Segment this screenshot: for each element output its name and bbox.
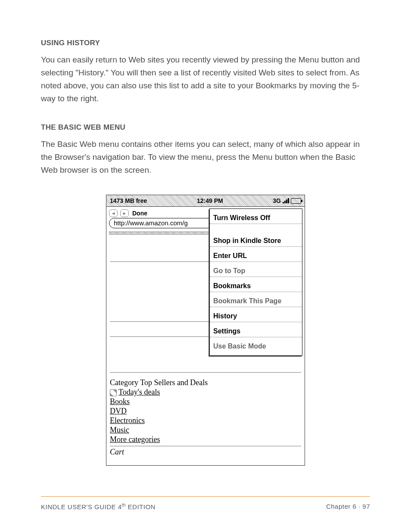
cart-label: Cart <box>110 448 124 456</box>
heading-using-history: USING HISTORY <box>41 39 370 47</box>
footer-rule <box>41 496 370 497</box>
manual-page: USING HISTORY You can easily return to W… <box>0 0 411 532</box>
section-using-history: USING HISTORY You can easily return to W… <box>41 39 370 105</box>
cat-link-more[interactable]: More categories <box>110 435 160 444</box>
cat-link-dvd[interactable]: DVD <box>110 406 127 416</box>
cat-link-books[interactable]: Books <box>110 397 130 406</box>
menu-settings[interactable]: Settings <box>210 322 302 337</box>
page-footer: KINDLE USER'S GUIDE 4th EDITION Chapter … <box>41 503 370 510</box>
section-basic-web-menu: THE BASIC WEB MENU The Basic Web menu co… <box>41 123 370 177</box>
menu-shop-kindle-store[interactable]: Shop in Kindle Store <box>210 232 302 247</box>
menu-bookmarks[interactable]: Bookmarks <box>210 277 302 292</box>
menu-go-to-top[interactable]: Go to Top <box>210 262 302 277</box>
menu-history[interactable]: History <box>210 307 302 322</box>
status-free-space: 1473 MB free <box>110 197 147 204</box>
footer-left-a: KINDLE USER'S GUIDE 4 <box>41 503 122 510</box>
cat-link-electronics[interactable]: Electronics <box>110 416 145 425</box>
footer-right: Chapter 6 · 97 <box>326 503 370 510</box>
footer-left: KINDLE USER'S GUIDE 4th EDITION <box>41 503 156 510</box>
category-title: Category Top Sellers and Deals <box>110 378 301 387</box>
category-block: Category Top Sellers and Deals Today's d… <box>106 375 305 457</box>
status-bar: 1473 MB free 12:49 PM 3G <box>106 195 305 207</box>
kindle-screenshot: 1473 MB free 12:49 PM 3G ◄ ► Done Advanc… <box>106 195 305 466</box>
network-label: 3G <box>273 197 281 204</box>
status-right: 3G <box>273 197 301 204</box>
menu-use-basic-mode[interactable]: Use Basic Mode <box>210 337 302 355</box>
basic-web-menu: Turn Wireless Off Shop in Kindle Store E… <box>209 208 302 356</box>
done-button[interactable]: Done <box>132 210 147 217</box>
menu-enter-url[interactable]: Enter URL <box>210 247 302 262</box>
body-using-history: You can easily return to Web sites you r… <box>41 53 370 105</box>
deals-icon <box>110 389 117 396</box>
back-button[interactable]: ◄ <box>109 209 118 217</box>
footer-left-sup: th <box>122 503 126 507</box>
forward-button[interactable]: ► <box>120 209 129 217</box>
menu-turn-wireless-off[interactable]: Turn Wireless Off <box>210 209 302 224</box>
cat-link-music[interactable]: Music <box>110 425 129 435</box>
cat-link-todays-deals[interactable]: Today's deals <box>118 387 160 397</box>
menu-bookmark-this-page[interactable]: Bookmark This Page <box>210 292 302 307</box>
status-time: 12:49 PM <box>147 197 273 204</box>
battery-icon <box>291 198 301 204</box>
body-basic-web-menu: The Basic Web menu contains other items … <box>41 138 370 177</box>
heading-basic-web-menu: THE BASIC WEB MENU <box>41 123 370 132</box>
footer-left-b: EDITION <box>126 503 156 510</box>
signal-icon <box>283 198 289 203</box>
